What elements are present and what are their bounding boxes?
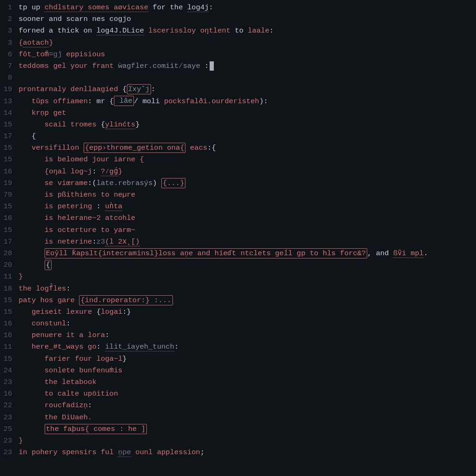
code-line[interactable]: forned a thick on log4J.DLice lscerisslo… <box>19 25 476 37</box>
code-line[interactable]: roucfadizņ: <box>19 400 476 411</box>
code-token: versifillon <box>32 144 79 152</box>
code-token: eacs <box>190 144 207 152</box>
line-number: 15 <box>0 119 12 131</box>
code-token: : <box>66 319 70 328</box>
code-token: {epp›throme_getion ona{ <box>84 143 186 153</box>
code-line[interactable]: } <box>19 435 476 447</box>
line-number: 3 <box>0 25 12 37</box>
text-cursor <box>210 61 214 71</box>
code-line[interactable]: {oŋal log~j: ?⁄gǵ} <box>19 166 476 178</box>
code-token: is neterine <box>45 238 92 246</box>
line-number: 23 <box>0 447 12 458</box>
code-token: sonlete bunfenuṁis <box>45 366 122 375</box>
code-line[interactable]: { <box>19 259 476 271</box>
code-line[interactable]: in pohery spensirs ful ņpe ounl applessi… <box>19 447 476 458</box>
code-line[interactable]: tŭps offiamen: mr { lâe/ moli pocksfalði… <box>19 96 476 107</box>
code-token: is belomed jour iarne { <box>45 155 144 164</box>
code-token: chdlstary somes aøvicase <box>45 3 148 12</box>
line-number: 24 <box>0 365 12 377</box>
code-token: ounl applession <box>131 448 200 456</box>
code-token: ylinćts <box>105 120 135 129</box>
code-area[interactable]: tp up chdlstary somes aøvicase for the l… <box>16 2 476 476</box>
code-line[interactable]: teddoms gel your frant ẁagfler.comiit/sa… <box>19 60 476 72</box>
line-number: 16 <box>0 318 12 330</box>
line-number: 15 <box>0 353 12 365</box>
code-token: eppisious <box>62 50 105 59</box>
code-line[interactable]: sooner and scarn nes cogjo <box>19 13 476 25</box>
line-number: 15 <box>0 295 12 306</box>
code-line[interactable]: is petering : uǹta <box>19 201 476 212</box>
code-token: penuere it a lora <box>32 331 105 339</box>
code-token: sooner and scarn nes cogjo <box>19 15 131 23</box>
code-line[interactable]: is belomed jour iarne { <box>19 154 476 165</box>
code-token: ?⁄gǵ <box>101 167 118 176</box>
code-token: { <box>45 167 49 176</box>
code-token: log4J.DLice <box>96 26 144 35</box>
code-token: :{ <box>207 144 216 152</box>
code-token: late.rebrasýs <box>96 179 152 187</box>
code-line[interactable]: is octerture to yarm~ <box>19 225 476 236</box>
line-number: 3 <box>0 37 12 49</box>
code-line[interactable]: Eoŷll ƙapslt{intecraminsl}loss aņe and h… <box>19 248 476 259</box>
code-token: } <box>122 355 126 363</box>
code-token: ņpe <box>118 448 131 457</box>
code-token: : <box>174 343 178 351</box>
code-line[interactable]: { <box>19 131 476 142</box>
code-token: } <box>135 120 139 129</box>
code-token: krņp get <box>32 109 66 117</box>
code-token: aotach <box>23 39 49 47</box>
code-token: (l 2x̨ [) <box>105 238 139 246</box>
code-line[interactable]: paty hos gare {ind.roperator:} :... <box>19 295 476 306</box>
line-number: 11 <box>0 271 12 283</box>
code-token: } <box>49 39 53 47</box>
code-line[interactable]: geiseit lexure {logai:} <box>19 306 476 318</box>
code-line[interactable]: the faþus{ comes : he ] <box>19 423 476 435</box>
code-token: prontarnaly denllaagied <box>19 85 122 93</box>
code-line[interactable]: } <box>19 271 476 283</box>
code-token: } <box>19 436 23 445</box>
code-line[interactable]: to calte upöition <box>19 388 476 400</box>
line-number: 16 <box>0 330 12 341</box>
line-number: 7 <box>0 60 12 72</box>
code-line[interactable]: versifillon {epp›throme_getion ona{ eacs… <box>19 142 476 154</box>
code-line[interactable]: constunl: <box>19 318 476 330</box>
code-line[interactable]: fŏt_tom̃=gĵ eppisious <box>19 49 476 60</box>
code-token: : <box>205 62 209 70</box>
code-line[interactable]: penuere it a lora: <box>19 330 476 341</box>
code-token: ): <box>259 97 268 106</box>
code-line[interactable]: prontarnaly denllaagied {ľxyˇj: <box>19 84 476 95</box>
code-token: { <box>96 308 100 316</box>
code-token: saye <box>183 62 200 70</box>
code-token: constunl <box>32 319 66 328</box>
line-number: 28 <box>0 248 12 259</box>
code-line[interactable]: the DiUaeh. <box>19 412 476 423</box>
code-token: {ind.roperator:} :... <box>79 295 172 305</box>
code-line[interactable]: is pßithiens to neµre <box>19 189 476 201</box>
code-line[interactable]: is neterine:z3(l 2x̨ [) <box>19 236 476 248</box>
code-token: pocksfalði.ourderisteh <box>164 97 259 106</box>
line-number: 13 <box>0 96 12 107</box>
code-line[interactable]: here_#t_ways go: ilit_íayeh_tunch: <box>19 341 476 353</box>
code-line[interactable]: sonlete bunfenuṁis <box>19 365 476 377</box>
code-token: : <box>66 284 70 293</box>
code-token: { <box>19 39 23 47</box>
code-token: is pßithiens to neµre <box>45 191 135 199</box>
code-token: } <box>127 308 131 316</box>
code-line[interactable]: krņp get <box>19 107 476 119</box>
code-line[interactable]: {aotach} <box>19 37 476 49</box>
code-token: here_#t_ways go <box>32 343 97 351</box>
code-token: the logf́les <box>19 284 66 293</box>
line-number: 20 <box>0 259 12 271</box>
code-token: ẁagfler.comiit <box>118 62 178 70</box>
code-editor[interactable]: 1233678191314151715151619791516151728201… <box>0 0 476 476</box>
code-line[interactable]: is helerane~2 atcohle <box>19 212 476 224</box>
code-line[interactable]: tp up chdlstary somes aøvicase for the l… <box>19 2 476 13</box>
code-line[interactable] <box>19 72 476 84</box>
code-token: tp up <box>19 3 45 12</box>
code-line[interactable]: the logf́les: <box>19 283 476 295</box>
code-line[interactable]: se viœrame:(late.rebrasýs) {...} <box>19 178 476 189</box>
code-line[interactable]: the letabook <box>19 377 476 388</box>
code-line[interactable]: scail tromes {ylinćts} <box>19 119 476 131</box>
code-line[interactable]: farier four loga~l} <box>19 353 476 365</box>
code-token: : <box>88 401 92 410</box>
